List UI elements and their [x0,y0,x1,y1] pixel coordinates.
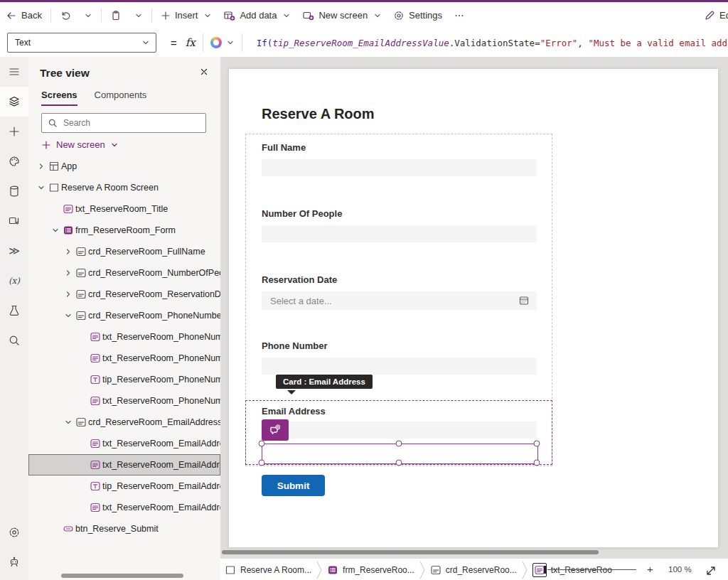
edit-button[interactable]: Ed [704,2,728,28]
close-icon[interactable] [199,67,209,77]
tree-item-screen[interactable]: Reserve A Room Screen [28,177,220,198]
tree-item[interactable]: txt_ReserveRoom_EmailAddressR [28,433,220,454]
zoom-in-button[interactable]: + [647,563,653,575]
gear-icon [393,10,405,21]
settings-button[interactable]: Settings [387,5,448,26]
fit-to-window-icon[interactable] [705,564,717,577]
tree-horizontal-scrollbar[interactable] [61,574,183,578]
button-icon [61,523,75,535]
resize-handle[interactable] [534,460,540,466]
menu-icon[interactable] [0,57,28,87]
media-icon[interactable] [0,206,28,236]
copilot-icon [210,37,222,48]
number-of-people-input[interactable] [262,225,537,242]
data-icon[interactable] [0,176,28,206]
field-label-number-of-people[interactable]: Number Of People [262,208,475,219]
tree-view-icon[interactable] [0,87,28,117]
chevron-right-icon[interactable] [63,269,74,277]
variables-icon[interactable]: (x) [0,266,28,296]
screen-title[interactable]: Reserve A Room [262,106,375,122]
zoom-slider-track[interactable] [547,569,636,570]
tab-screens[interactable]: Screens [41,90,77,106]
new-screen-menu-button[interactable]: New screen [41,139,208,150]
property-selector[interactable]: Text [7,33,156,53]
back-button[interactable]: Back [0,5,48,26]
tree-item[interactable]: btn_Reserve_Submit [28,518,220,539]
tree-search[interactable] [41,113,206,133]
field-label-phone-number[interactable]: Phone Number [262,340,475,351]
chevron-right-icon[interactable] [63,247,74,256]
chevron-down-icon[interactable] [63,418,74,426]
full-name-input[interactable] [262,159,537,176]
tree-item[interactable]: frm_ReserveRoom_Form [28,220,220,241]
copilot-button[interactable] [210,37,235,48]
card-icon [74,310,88,321]
zoom-level[interactable]: 100 % [668,565,692,574]
tree-item[interactable]: crd_ReserveRoom_ReservationDate [28,284,220,305]
field-label-email-address[interactable]: Email Address [262,406,475,417]
copilot-agent-icon[interactable] [0,547,28,577]
paste-menu-button[interactable] [127,5,149,26]
tree-item[interactable]: crd_ReserveRoom_PhoneNumber [28,305,220,326]
chevron-down-icon[interactable] [36,183,47,192]
tree-item[interactable]: crd_ReserveRoom_FullName [28,241,220,262]
text-label-icon [61,203,75,215]
power-automate-icon[interactable]: ≫ [0,236,28,266]
tree-item[interactable]: tip_ReserveRoom_EmailAddressV [28,476,220,497]
new-screen-button[interactable]: New screen [296,5,387,26]
resize-handle[interactable] [396,460,402,466]
tree-item[interactable]: txt_ReserveRoom_PhoneNumber [28,348,220,369]
tree-item[interactable]: crd_ReserveRoom_EmailAddress [28,412,220,433]
insert-icon[interactable] [0,117,28,146]
field-label-full-name[interactable]: Full Name [262,142,475,153]
paste-button[interactable] [105,5,127,26]
canvas-horizontal-scrollbar[interactable] [222,550,599,554]
breadcrumb-form[interactable]: frm_ReserveRoo... [323,564,419,576]
formula-identifier: tip_ReserveRoom_EmailAddressValue [272,38,449,48]
chevron-right-icon[interactable] [36,162,47,171]
zoom-slider-thumb[interactable] [544,566,546,574]
breadcrumb-screen[interactable]: Reserve A Room... [220,564,316,576]
resize-handle[interactable] [534,441,540,447]
app-screen-artboard[interactable]: Reserve A Room Full Name Number Of Peopl… [229,69,718,547]
reservation-date-input[interactable]: Select a date... [262,291,537,310]
phone-number-input[interactable] [262,358,537,375]
undo-menu-button[interactable] [77,5,98,26]
chevron-right-icon[interactable] [63,290,74,299]
more-commands-button[interactable] [448,5,471,26]
tooltip-arrow [287,390,296,394]
breadcrumb-card[interactable]: crd_ReserveRoo... [426,564,521,576]
chevron-down-icon [84,11,92,20]
tree-item[interactable]: txt_ReserveRoom_EmailAddressT [28,497,220,518]
tree-item-app[interactable]: App [28,156,220,177]
formula-string: "Error" [540,38,578,48]
card-icon [74,417,88,428]
tree-item-selected[interactable]: txt_ReserveRoom_EmailAddressE [28,454,220,476]
settings-gear-icon[interactable] [0,517,28,547]
tree-item[interactable]: txt_ReserveRoom_PhoneNumber [28,390,220,412]
tree-item[interactable]: txt_ReserveRoom_PhoneNumber [28,326,220,348]
theme-palette-icon[interactable] [0,146,28,176]
resize-handle[interactable] [396,441,402,447]
chevron-down-icon[interactable] [63,311,74,320]
tests-icon[interactable] [0,296,28,326]
email-address-input[interactable] [262,421,537,439]
comment-add-button[interactable] [262,419,289,441]
search-input[interactable] [62,117,200,129]
tab-components[interactable]: Components [95,90,147,106]
chevron-down-icon[interactable] [50,226,61,235]
tree-items: App Reserve A Room Screen txt_ReserveRoo… [28,156,220,539]
tree-item[interactable]: txt_ReserveRoom_Title [28,198,220,220]
field-label-reservation-date[interactable]: Reservation Date [262,274,475,285]
resize-handle[interactable] [259,441,265,447]
add-data-button[interactable]: Add data [218,5,296,26]
tree-item[interactable]: tip_ReserveRoom_PhoneNumber [28,369,220,390]
submit-button[interactable]: Submit [262,475,325,496]
calendar-icon[interactable] [518,295,530,306]
insert-button[interactable]: Insert [155,5,218,26]
undo-button[interactable] [54,5,77,26]
resize-handle[interactable] [259,460,265,466]
search-icon[interactable] [0,326,28,355]
formula-input[interactable]: If(tip_ReserveRoom_EmailAddressValue.Val… [250,28,728,57]
tree-item[interactable]: crd_ReserveRoom_NumberOfPeople [28,262,220,284]
